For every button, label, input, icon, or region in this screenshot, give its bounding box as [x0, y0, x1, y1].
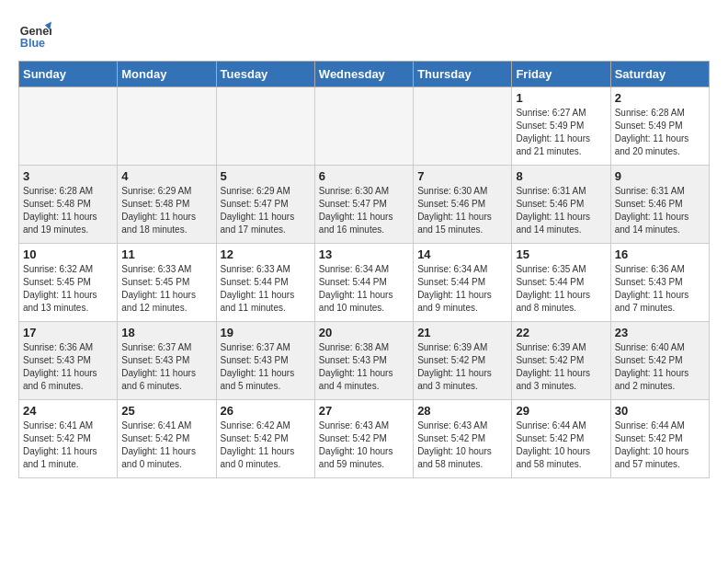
weekday-header-monday: Monday	[118, 62, 216, 87]
calendar-cell: 23Sunrise: 6:40 AM Sunset: 5:42 PM Dayli…	[610, 322, 709, 400]
week-row-3: 10Sunrise: 6:32 AM Sunset: 5:45 PM Dayli…	[19, 244, 710, 322]
calendar-cell: 22Sunrise: 6:39 AM Sunset: 5:42 PM Dayli…	[512, 322, 610, 400]
day-number: 27	[319, 404, 409, 418]
day-number: 24	[23, 404, 113, 418]
header-row: SundayMondayTuesdayWednesdayThursdayFrid…	[19, 62, 710, 87]
day-number: 16	[615, 247, 705, 261]
calendar-cell: 3Sunrise: 6:28 AM Sunset: 5:48 PM Daylig…	[19, 166, 118, 244]
calendar-cell	[216, 87, 314, 166]
svg-text:Blue: Blue	[20, 37, 45, 50]
calendar-cell: 28Sunrise: 6:43 AM Sunset: 5:42 PM Dayli…	[414, 400, 512, 478]
logo: General Blue	[18, 18, 51, 52]
day-number: 15	[516, 247, 606, 261]
day-info: Sunrise: 6:30 AM Sunset: 5:47 PM Dayligh…	[319, 185, 409, 236]
calendar-cell: 25Sunrise: 6:41 AM Sunset: 5:42 PM Dayli…	[118, 400, 216, 478]
calendar-cell: 10Sunrise: 6:32 AM Sunset: 5:45 PM Dayli…	[19, 244, 118, 322]
day-number: 26	[221, 404, 311, 418]
day-number: 30	[615, 404, 705, 418]
day-number: 7	[417, 169, 507, 183]
day-info: Sunrise: 6:38 AM Sunset: 5:43 PM Dayligh…	[319, 341, 409, 393]
page-header: General Blue	[18, 18, 710, 52]
day-number: 4	[121, 169, 211, 183]
day-number: 8	[516, 169, 606, 183]
day-number: 13	[319, 247, 409, 261]
day-number: 2	[615, 91, 705, 105]
calendar-cell: 9Sunrise: 6:31 AM Sunset: 5:46 PM Daylig…	[610, 166, 709, 244]
day-info: Sunrise: 6:39 AM Sunset: 5:42 PM Dayligh…	[417, 341, 507, 393]
day-number: 14	[417, 247, 507, 261]
day-number: 3	[23, 169, 113, 183]
calendar-cell: 26Sunrise: 6:42 AM Sunset: 5:42 PM Dayli…	[216, 400, 314, 478]
day-number: 12	[221, 247, 311, 261]
calendar-cell: 7Sunrise: 6:30 AM Sunset: 5:46 PM Daylig…	[414, 166, 512, 244]
day-info: Sunrise: 6:33 AM Sunset: 5:45 PM Dayligh…	[121, 263, 211, 315]
weekday-header-wednesday: Wednesday	[314, 62, 413, 87]
day-number: 6	[319, 169, 409, 183]
day-info: Sunrise: 6:30 AM Sunset: 5:46 PM Dayligh…	[417, 185, 507, 236]
weekday-header-tuesday: Tuesday	[216, 62, 314, 87]
day-number: 1	[516, 91, 606, 105]
calendar-cell: 4Sunrise: 6:29 AM Sunset: 5:48 PM Daylig…	[118, 166, 216, 244]
day-info: Sunrise: 6:41 AM Sunset: 5:42 PM Dayligh…	[121, 419, 211, 471]
calendar-cell: 5Sunrise: 6:29 AM Sunset: 5:47 PM Daylig…	[216, 166, 314, 244]
day-number: 28	[417, 404, 507, 418]
day-number: 19	[221, 326, 311, 339]
calendar-cell	[414, 87, 512, 166]
calendar-cell: 15Sunrise: 6:35 AM Sunset: 5:44 PM Dayli…	[512, 244, 610, 322]
day-info: Sunrise: 6:44 AM Sunset: 5:42 PM Dayligh…	[516, 419, 606, 471]
day-info: Sunrise: 6:37 AM Sunset: 5:43 PM Dayligh…	[221, 341, 311, 393]
day-info: Sunrise: 6:31 AM Sunset: 5:46 PM Dayligh…	[516, 185, 606, 236]
week-row-4: 17Sunrise: 6:36 AM Sunset: 5:43 PM Dayli…	[19, 322, 710, 400]
day-info: Sunrise: 6:44 AM Sunset: 5:42 PM Dayligh…	[615, 419, 705, 471]
day-number: 9	[615, 169, 705, 183]
week-row-2: 3Sunrise: 6:28 AM Sunset: 5:48 PM Daylig…	[19, 166, 710, 244]
day-number: 22	[516, 326, 606, 339]
weekday-header-friday: Friday	[512, 62, 610, 87]
calendar-cell: 17Sunrise: 6:36 AM Sunset: 5:43 PM Dayli…	[19, 322, 118, 400]
day-info: Sunrise: 6:31 AM Sunset: 5:46 PM Dayligh…	[615, 185, 705, 236]
calendar-cell: 24Sunrise: 6:41 AM Sunset: 5:42 PM Dayli…	[19, 400, 118, 478]
calendar-cell: 29Sunrise: 6:44 AM Sunset: 5:42 PM Dayli…	[512, 400, 610, 478]
week-row-1: 1Sunrise: 6:27 AM Sunset: 5:49 PM Daylig…	[19, 87, 710, 166]
day-info: Sunrise: 6:42 AM Sunset: 5:42 PM Dayligh…	[221, 419, 311, 471]
calendar-cell: 2Sunrise: 6:28 AM Sunset: 5:49 PM Daylig…	[610, 87, 709, 166]
day-number: 10	[23, 247, 113, 261]
calendar-cell: 21Sunrise: 6:39 AM Sunset: 5:42 PM Dayli…	[414, 322, 512, 400]
day-number: 11	[121, 247, 211, 261]
calendar-cell: 19Sunrise: 6:37 AM Sunset: 5:43 PM Dayli…	[216, 322, 314, 400]
calendar-cell: 13Sunrise: 6:34 AM Sunset: 5:44 PM Dayli…	[314, 244, 413, 322]
weekday-header-sunday: Sunday	[19, 62, 118, 87]
day-number: 23	[615, 326, 705, 339]
calendar-cell	[118, 87, 216, 166]
calendar-cell: 6Sunrise: 6:30 AM Sunset: 5:47 PM Daylig…	[314, 166, 413, 244]
day-number: 18	[121, 326, 211, 339]
day-info: Sunrise: 6:28 AM Sunset: 5:48 PM Dayligh…	[23, 185, 113, 236]
day-info: Sunrise: 6:34 AM Sunset: 5:44 PM Dayligh…	[319, 263, 409, 315]
calendar-cell: 18Sunrise: 6:37 AM Sunset: 5:43 PM Dayli…	[118, 322, 216, 400]
day-info: Sunrise: 6:27 AM Sunset: 5:49 PM Dayligh…	[516, 107, 606, 158]
weekday-header-thursday: Thursday	[414, 62, 512, 87]
day-number: 17	[23, 326, 113, 339]
calendar-cell: 30Sunrise: 6:44 AM Sunset: 5:42 PM Dayli…	[610, 400, 709, 478]
day-info: Sunrise: 6:28 AM Sunset: 5:49 PM Dayligh…	[615, 107, 705, 158]
day-info: Sunrise: 6:39 AM Sunset: 5:42 PM Dayligh…	[516, 341, 606, 393]
calendar-cell: 1Sunrise: 6:27 AM Sunset: 5:49 PM Daylig…	[512, 87, 610, 166]
day-info: Sunrise: 6:41 AM Sunset: 5:42 PM Dayligh…	[23, 419, 113, 471]
day-info: Sunrise: 6:32 AM Sunset: 5:45 PM Dayligh…	[23, 263, 113, 315]
day-info: Sunrise: 6:40 AM Sunset: 5:42 PM Dayligh…	[615, 341, 705, 393]
logo-icon: General Blue	[18, 18, 51, 52]
day-info: Sunrise: 6:36 AM Sunset: 5:43 PM Dayligh…	[615, 263, 705, 315]
day-number: 20	[319, 326, 409, 339]
day-number: 5	[221, 169, 311, 183]
calendar-cell: 8Sunrise: 6:31 AM Sunset: 5:46 PM Daylig…	[512, 166, 610, 244]
calendar-cell: 14Sunrise: 6:34 AM Sunset: 5:44 PM Dayli…	[414, 244, 512, 322]
day-info: Sunrise: 6:34 AM Sunset: 5:44 PM Dayligh…	[417, 263, 507, 315]
weekday-header-saturday: Saturday	[610, 62, 709, 87]
calendar-cell: 20Sunrise: 6:38 AM Sunset: 5:43 PM Dayli…	[314, 322, 413, 400]
calendar-cell: 16Sunrise: 6:36 AM Sunset: 5:43 PM Dayli…	[610, 244, 709, 322]
week-row-5: 24Sunrise: 6:41 AM Sunset: 5:42 PM Dayli…	[19, 400, 710, 478]
day-number: 21	[417, 326, 507, 339]
day-number: 25	[121, 404, 211, 418]
day-number: 29	[516, 404, 606, 418]
calendar-cell	[314, 87, 413, 166]
